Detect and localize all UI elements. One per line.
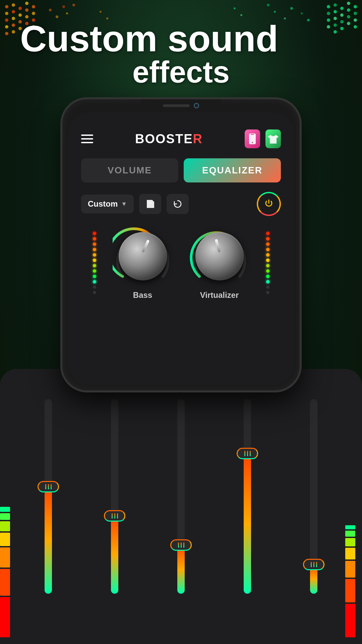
logo-text-b: BOOSTE (135, 132, 193, 146)
thumb-line (178, 542, 179, 548)
spec-bar (345, 538, 355, 546)
slider-3-fill (177, 545, 185, 594)
thumb-line (244, 451, 245, 456)
menu-line-2 (81, 138, 93, 140)
hero-subtitle: effects (20, 57, 342, 87)
phone-mockup: BOOSTER (60, 97, 302, 392)
led-strip-left (93, 232, 96, 294)
save-button[interactable] (139, 194, 161, 214)
led-dot (93, 280, 96, 283)
tab-row: VOLUME EQUALIZER (81, 158, 281, 182)
svg-rect-60 (251, 134, 254, 135)
led-dot (93, 232, 96, 235)
led-dot (266, 253, 269, 257)
slider-4-container (219, 386, 276, 627)
equalizer-tab[interactable]: EQUALIZER (184, 158, 281, 182)
hero-title-text: Custom sound (20, 18, 278, 59)
dropdown-arrow-icon: ▼ (121, 201, 127, 208)
slider-3-thumb[interactable] (170, 539, 192, 551)
spec-bar (0, 513, 10, 520)
spectrum-left (0, 369, 17, 644)
led-dot (93, 259, 96, 262)
spectrum-right (345, 369, 362, 644)
led-dot (266, 285, 269, 289)
led-dot (93, 248, 96, 251)
spec-bar (0, 521, 10, 531)
spec-bar (345, 548, 355, 559)
led-dot (266, 291, 269, 294)
led-dot (266, 259, 269, 262)
app-logo: BOOSTER (135, 132, 203, 146)
app-header: BOOSTER (81, 129, 281, 148)
controls-row: Custom ▼ (81, 192, 281, 216)
reset-button[interactable] (167, 194, 189, 214)
thumb-line (316, 562, 317, 567)
led-dot (266, 232, 269, 235)
menu-line-3 (81, 142, 93, 143)
spec-bar (0, 533, 10, 546)
spec-bar (345, 604, 355, 637)
hero-section: Custom sound effects (20, 20, 342, 87)
slider-4-track (244, 399, 251, 594)
phone-body: BOOSTER (60, 97, 302, 392)
theme-shirt-button[interactable] (265, 129, 281, 148)
slider-1-thumb[interactable] (38, 481, 59, 492)
virtualizer-label: Virtualizer (200, 290, 239, 300)
thumb-line (51, 484, 52, 489)
bass-label: Bass (133, 290, 152, 300)
slider-4-thumb[interactable] (237, 448, 258, 459)
led-dot (266, 269, 269, 273)
theme-phone-button[interactable] (245, 129, 260, 148)
led-strip-right (266, 232, 269, 294)
slider-1-fill (45, 487, 52, 594)
phone-notch (141, 99, 221, 112)
thumb-line (313, 562, 314, 567)
virtualizer-knob-body (195, 232, 244, 280)
sliders-section (0, 369, 362, 644)
virtualizer-knob[interactable] (189, 226, 250, 286)
spec-bar (345, 561, 355, 578)
spec-bar (345, 579, 355, 602)
virtualizer-knob-wrapper: Virtualizer (189, 226, 250, 300)
slider-5-thumb[interactable] (303, 559, 324, 570)
thumb-line (250, 451, 251, 456)
led-dot (266, 280, 269, 283)
slider-2-track (111, 399, 118, 594)
hamburger-menu[interactable] (81, 135, 93, 143)
led-dot (266, 243, 269, 246)
thumb-line (247, 451, 248, 456)
led-dot (93, 243, 96, 246)
bass-knob-wrapper: Bass (113, 226, 173, 300)
hero-title: Custom sound (20, 20, 342, 57)
phone-screen: BOOSTER (68, 113, 294, 385)
preset-dropdown[interactable]: Custom ▼ (81, 195, 134, 213)
slider-2-thumb[interactable] (104, 510, 125, 522)
svg-point-61 (252, 142, 253, 143)
spec-bar (0, 597, 10, 637)
slider-1-track (45, 399, 52, 594)
thumb-line (48, 484, 49, 489)
thumb-line (311, 562, 312, 567)
header-icons (245, 129, 281, 148)
bass-knob[interactable] (113, 226, 173, 286)
thumb-line (45, 484, 46, 489)
notch-speaker (163, 104, 190, 107)
led-dot (266, 237, 269, 240)
led-dot (93, 285, 96, 289)
slider-3-track (177, 399, 185, 594)
slider-5-container (286, 386, 342, 627)
thumb-line (181, 542, 182, 548)
slider-5-track (310, 399, 317, 594)
volume-tab[interactable]: VOLUME (81, 158, 178, 182)
led-dot (93, 264, 96, 267)
slider-3-container (153, 386, 209, 627)
power-button[interactable] (257, 192, 281, 216)
led-dot (93, 269, 96, 273)
logo-text-r: R (193, 132, 203, 146)
slider-2-fill (111, 516, 118, 594)
virtualizer-knob-indicator (215, 239, 221, 253)
notch-camera (194, 103, 199, 108)
slider-4-fill (244, 453, 251, 594)
bass-knob-body (119, 232, 167, 280)
spec-bar (0, 569, 10, 596)
